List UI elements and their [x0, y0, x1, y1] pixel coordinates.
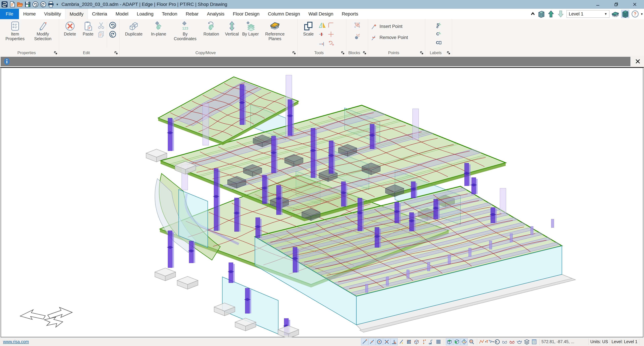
mirror-icon[interactable]	[318, 22, 326, 29]
tab-wall-design[interactable]: Wall Design	[304, 9, 338, 19]
tab-modify[interactable]: Modify	[65, 9, 88, 19]
tab-tendon[interactable]: Tendon	[158, 9, 182, 19]
intersect-extend-icon[interactable]	[327, 31, 335, 38]
open-file-icon[interactable]	[17, 1, 23, 8]
polyline-tool-icon[interactable]	[479, 338, 486, 345]
snap-center-icon[interactable]	[376, 338, 383, 345]
view-isometric-home-icon[interactable]	[460, 338, 468, 345]
by-coordinates-button[interactable]: 123 By Coordinates	[171, 21, 199, 41]
tab-loading[interactable]: Loading	[132, 9, 158, 19]
layers-icon[interactable]	[523, 338, 530, 345]
tab-rebar[interactable]: Rebar	[182, 9, 203, 19]
zoom-window-icon[interactable]	[468, 338, 475, 345]
help-icon[interactable]: ?	[631, 10, 639, 18]
labels-dialog-launcher-icon[interactable]	[447, 51, 450, 55]
insert-point-button[interactable]: Insert Point	[370, 21, 408, 32]
new-document-icon[interactable]	[9, 1, 16, 8]
risa-website-link[interactable]: www.risa.com	[3, 339, 29, 344]
tab-home[interactable]: Home	[19, 9, 40, 19]
model-viewport[interactable]	[1, 68, 643, 337]
snap-nearest-icon[interactable]	[398, 338, 405, 345]
snap-spline-icon[interactable]	[428, 338, 434, 345]
snap-3d-object-icon[interactable]	[413, 338, 420, 345]
in-plane-button[interactable]: In-plane	[147, 21, 170, 36]
snap-point-icon[interactable]	[420, 338, 427, 345]
trim-icon[interactable]	[318, 40, 326, 47]
level-selector-value: Level 1	[569, 12, 584, 17]
building-levels-icon[interactable]	[537, 10, 545, 18]
units-indicator[interactable]: Units: US	[590, 339, 608, 344]
explode-block-icon[interactable]	[354, 33, 361, 40]
undo-icon[interactable]	[32, 1, 38, 8]
column-block-label-icon[interactable]: C	[435, 39, 442, 46]
single-level-view-icon[interactable]	[612, 10, 619, 18]
edit-dialog-launcher-icon[interactable]	[114, 51, 118, 55]
tab-criteria[interactable]: Criteria	[88, 9, 111, 19]
redraw-icon[interactable]	[494, 338, 501, 345]
support-line-label-icon[interactable]: SL	[435, 22, 442, 29]
redo-arrow-icon[interactable]	[109, 31, 116, 38]
tab-model[interactable]: Model	[111, 9, 132, 19]
redo-icon[interactable]	[40, 1, 46, 8]
vertical-button[interactable]: Vertical	[224, 21, 240, 36]
settings-form-icon[interactable]	[531, 338, 538, 345]
remove-point-button[interactable]: Remove Point	[370, 32, 408, 43]
view-front-icon[interactable]	[453, 338, 460, 345]
paste-button[interactable]: Paste	[80, 21, 96, 36]
view-options-icon[interactable]	[501, 338, 508, 345]
restore-button[interactable]	[607, 0, 626, 9]
select-by-type-icon[interactable]: T	[486, 338, 493, 345]
tab-visibility[interactable]: Visibility	[40, 9, 65, 19]
tools-dialog-launcher-icon[interactable]	[341, 51, 345, 55]
duplicate-button[interactable]: Duplicate	[122, 21, 146, 36]
snap-perpendicular-icon[interactable]	[390, 338, 398, 345]
customize-quick-access-icon[interactable]: ▾	[56, 2, 58, 7]
by-layer-button[interactable]: By Layer	[242, 21, 259, 36]
tab-reports[interactable]: Reports	[338, 9, 362, 19]
button-label: Scale	[303, 32, 314, 36]
collapse-ribbon-icon[interactable]	[530, 10, 535, 18]
blocks-dialog-launcher-icon[interactable]	[363, 51, 366, 55]
tab-column-design[interactable]: Column Design	[264, 9, 304, 19]
reference-planes-button[interactable]: Reference Planes	[260, 21, 289, 41]
extend-break-icon[interactable]	[318, 31, 326, 38]
properties-dialog-launcher-icon[interactable]	[54, 51, 58, 55]
snap-intersection-icon[interactable]	[383, 338, 390, 345]
view-top-icon[interactable]	[446, 338, 453, 345]
help-dropdown-icon[interactable]: ▾	[641, 12, 643, 16]
tab-floor-design[interactable]: Floor Design	[228, 9, 264, 19]
rotation-button[interactable]: Rotation	[200, 21, 222, 36]
snap-midpoint-icon[interactable]	[368, 338, 376, 345]
level-down-icon[interactable]	[557, 10, 564, 18]
info-bar-close-icon[interactable]	[634, 58, 642, 65]
rotate-align-icon[interactable]	[327, 40, 335, 47]
view-options-active-icon[interactable]	[508, 338, 516, 345]
delete-button[interactable]: Delete	[61, 21, 79, 36]
level-selector[interactable]: Level 1 ▼	[566, 10, 610, 18]
item-properties-button[interactable]: Item Properties	[2, 21, 28, 41]
app-logo-icon[interactable]	[1, 1, 8, 8]
copy-icon[interactable]	[98, 31, 105, 38]
undo-arrow-icon[interactable]	[109, 22, 116, 29]
copy-move-dialog-launcher-icon[interactable]	[292, 51, 296, 55]
full-building-view-icon[interactable]	[621, 10, 629, 18]
snap-endpoint-icon[interactable]	[361, 338, 368, 345]
display-grid-icon[interactable]	[435, 338, 442, 345]
column-line-label-icon[interactable]: CL	[435, 30, 442, 38]
tab-file[interactable]: File	[0, 9, 19, 19]
save-icon[interactable]	[24, 1, 31, 8]
minimize-button[interactable]	[588, 0, 607, 9]
modify-selection-button[interactable]: Modify Selection	[30, 21, 56, 41]
level-indicator[interactable]: Level: Level 1	[612, 339, 638, 344]
tab-analysis[interactable]: Analysis	[203, 9, 228, 19]
level-up-icon[interactable]	[547, 10, 555, 18]
create-block-icon[interactable]	[354, 22, 361, 29]
scale-button[interactable]: Scale	[300, 21, 317, 36]
cut-icon[interactable]	[98, 22, 105, 29]
print-icon[interactable]	[48, 1, 54, 8]
snap-grid-icon[interactable]	[406, 338, 412, 345]
points-dialog-launcher-icon[interactable]	[420, 51, 424, 55]
render-view-icon[interactable]	[516, 338, 523, 345]
corner-fillet-icon[interactable]	[327, 22, 335, 29]
close-button[interactable]	[626, 0, 644, 9]
